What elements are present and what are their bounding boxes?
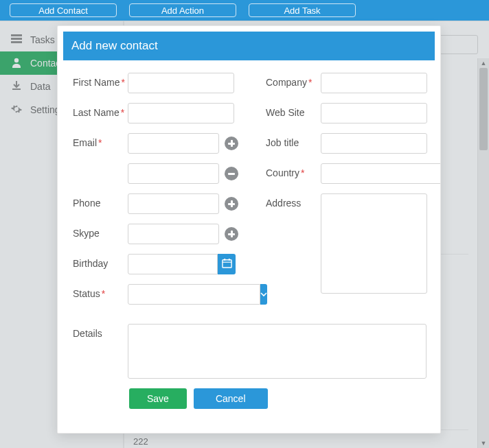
birthday-label: Birthday xyxy=(73,254,128,269)
form-right-column: Company* Web Site Job title Country* xyxy=(266,73,427,314)
add-task-button[interactable]: Add Task xyxy=(249,3,356,17)
details-label: Details xyxy=(73,324,128,379)
add-contact-modal: Add new contact First Name* Last Name* xyxy=(57,25,441,434)
birthday-picker-button[interactable] xyxy=(218,254,236,274)
birthday-input[interactable] xyxy=(128,254,218,274)
required-marker: * xyxy=(121,107,124,118)
company-label: Company* xyxy=(266,73,321,88)
skype-label: Skype xyxy=(73,224,128,239)
add-phone-button[interactable] xyxy=(225,197,238,211)
status-input[interactable] xyxy=(128,284,260,305)
add-contact-button[interactable]: Add Contact xyxy=(10,3,117,17)
add-action-button[interactable]: Add Action xyxy=(129,3,236,17)
form-left-column: First Name* Last Name* Email* xyxy=(73,73,238,314)
email-label-empty xyxy=(73,163,128,167)
country-combo[interactable] xyxy=(321,163,427,184)
required-marker: * xyxy=(301,167,304,178)
phone-input[interactable] xyxy=(128,193,219,214)
add-skype-button[interactable] xyxy=(225,227,238,241)
email-label: Email* xyxy=(73,133,128,148)
required-marker: * xyxy=(102,288,105,299)
email-input-1[interactable] xyxy=(128,133,219,154)
save-button[interactable]: Save xyxy=(129,388,187,409)
skype-input[interactable] xyxy=(128,224,219,244)
svg-rect-6 xyxy=(224,259,225,261)
jobtitle-label: Job title xyxy=(266,133,321,148)
remove-email-button[interactable] xyxy=(225,167,238,180)
modal-footer: Save Cancel xyxy=(58,379,440,421)
required-marker: * xyxy=(121,77,124,88)
required-marker: * xyxy=(98,137,102,148)
status-combo[interactable] xyxy=(128,284,234,305)
first-name-input[interactable] xyxy=(128,73,234,93)
country-input[interactable] xyxy=(321,163,441,184)
cancel-button[interactable]: Cancel xyxy=(194,388,268,409)
last-name-input[interactable] xyxy=(128,103,234,123)
required-marker: * xyxy=(308,77,312,88)
website-label: Web Site xyxy=(266,103,321,118)
modal-overlay: Add new contact First Name* Last Name* xyxy=(0,21,489,448)
status-label: Status* xyxy=(73,284,128,299)
modal-title: Add new contact xyxy=(63,32,435,60)
svg-rect-7 xyxy=(228,259,229,261)
svg-rect-8 xyxy=(222,262,231,263)
details-textarea[interactable] xyxy=(128,324,427,379)
country-label: Country* xyxy=(266,163,321,178)
svg-rect-5 xyxy=(222,260,231,268)
jobtitle-input[interactable] xyxy=(321,133,427,154)
address-textarea[interactable] xyxy=(321,193,427,294)
topbar: Add Contact Add Action Add Task xyxy=(0,0,489,21)
website-input[interactable] xyxy=(321,103,427,123)
calendar-icon xyxy=(222,258,232,270)
last-name-label: Last Name* xyxy=(73,103,128,118)
add-email-button[interactable] xyxy=(225,137,238,150)
phone-label: Phone xyxy=(73,193,128,209)
first-name-label: First Name* xyxy=(73,73,128,88)
company-input[interactable] xyxy=(321,73,427,93)
email-input-2[interactable] xyxy=(128,163,219,184)
address-label: Address xyxy=(266,193,321,209)
